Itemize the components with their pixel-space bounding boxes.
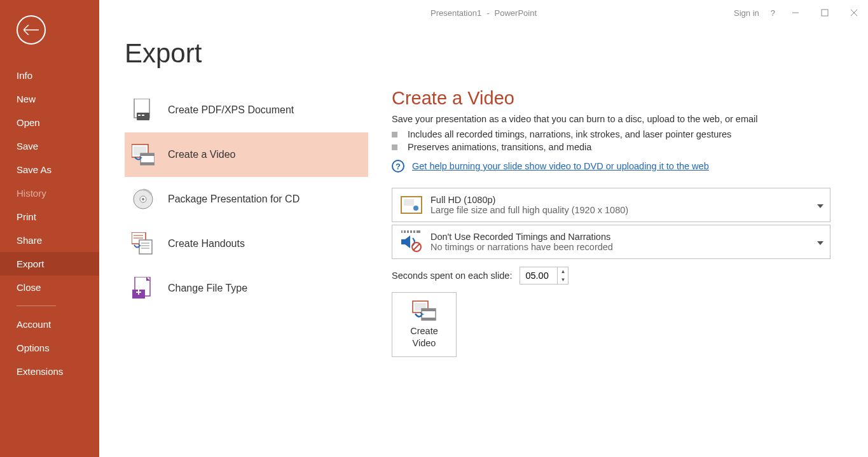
seconds-per-slide-spinner[interactable]: ▲ ▼ bbox=[520, 267, 568, 285]
bullet-square-icon bbox=[392, 132, 397, 137]
bullet-square-icon bbox=[392, 144, 397, 150]
seconds-input[interactable] bbox=[520, 271, 557, 281]
svg-rect-11 bbox=[141, 153, 155, 156]
chevron-down-icon bbox=[817, 236, 823, 248]
export-option-label: Package Presentation for CD bbox=[168, 193, 300, 205]
nav-print[interactable]: Print bbox=[0, 205, 99, 229]
nav-extensions[interactable]: Extensions bbox=[0, 360, 99, 383]
bullet-item: Preserves animations, transitions, and m… bbox=[392, 142, 845, 152]
app-name: PowerPoint bbox=[495, 8, 537, 18]
cd-icon bbox=[131, 187, 155, 211]
export-option-label: Change File Type bbox=[168, 283, 247, 294]
nav-share[interactable]: Share bbox=[0, 229, 99, 252]
nav-save[interactable]: Save bbox=[0, 134, 99, 158]
bullet-text: Includes all recorded timings, narration… bbox=[408, 129, 731, 139]
title-bar-title: Presentation1 - PowerPoint bbox=[431, 8, 537, 18]
dropdown-title: Full HD (1080p) bbox=[431, 195, 823, 205]
nav-info[interactable]: Info bbox=[0, 64, 99, 87]
nav-history[interactable]: History bbox=[0, 181, 99, 205]
doc-name: Presentation1 bbox=[431, 8, 481, 18]
help-info-icon: ? bbox=[392, 160, 404, 172]
video-quality-dropdown[interactable]: Full HD (1080p) Large file size and full… bbox=[392, 188, 830, 222]
svg-rect-32 bbox=[401, 230, 420, 233]
export-option-filetype[interactable]: Change File Type bbox=[125, 266, 368, 311]
minimize-button[interactable] bbox=[787, 6, 804, 19]
svg-marker-41 bbox=[817, 241, 823, 245]
pdf-document-icon bbox=[131, 98, 155, 122]
dropdown-title: Don't Use Recorded Timings and Narration… bbox=[431, 232, 823, 242]
help-button[interactable]: ? bbox=[771, 8, 775, 18]
nav-save-as[interactable]: Save As bbox=[0, 158, 99, 181]
handouts-icon bbox=[131, 232, 155, 256]
svg-rect-33 bbox=[403, 230, 404, 233]
svg-rect-46 bbox=[422, 318, 436, 320]
svg-rect-29 bbox=[404, 199, 414, 206]
create-video-label-2: Video bbox=[413, 338, 436, 348]
nav-divider bbox=[17, 306, 56, 306]
close-window-button[interactable] bbox=[845, 6, 863, 19]
chevron-down-icon bbox=[817, 199, 823, 211]
export-option-label: Create PDF/XPS Document bbox=[168, 104, 294, 116]
title-bar: Presentation1 - PowerPoint Sign in ? bbox=[99, 0, 868, 25]
nav-account[interactable]: Account bbox=[0, 313, 99, 336]
svg-point-30 bbox=[413, 206, 418, 211]
export-option-label: Create Handouts bbox=[168, 238, 245, 250]
create-video-icon bbox=[411, 300, 437, 323]
svg-rect-37 bbox=[415, 230, 417, 233]
detail-description: Save your presentation as a video that y… bbox=[392, 114, 845, 124]
title-separator: - bbox=[486, 8, 489, 18]
nav-new[interactable]: New bbox=[0, 87, 99, 111]
change-filetype-icon bbox=[131, 276, 155, 300]
page-title: Export bbox=[125, 38, 868, 69]
main-area: Presentation1 - PowerPoint Sign in ? Exp… bbox=[99, 0, 868, 457]
minimize-icon bbox=[792, 9, 799, 17]
svg-marker-31 bbox=[817, 204, 823, 208]
maximize-icon bbox=[821, 9, 829, 17]
narration-disabled-icon bbox=[399, 229, 424, 255]
spinner-up-button[interactable]: ▲ bbox=[558, 267, 568, 276]
export-option-cd[interactable]: Package Presentation for CD bbox=[125, 177, 368, 221]
export-option-label: Create a Video bbox=[168, 149, 235, 160]
close-icon bbox=[850, 9, 858, 17]
export-options-list: Create PDF/XPS Document Create a Video P… bbox=[99, 88, 369, 357]
video-icon bbox=[131, 143, 155, 167]
arrow-left-icon bbox=[24, 25, 39, 35]
nav-export[interactable]: Export bbox=[0, 252, 99, 276]
nav-close[interactable]: Close bbox=[0, 276, 99, 299]
export-option-pdf[interactable]: Create PDF/XPS Document bbox=[125, 88, 368, 132]
spinner-down-button[interactable]: ▼ bbox=[558, 276, 568, 284]
help-link[interactable]: Get help burning your slide show video t… bbox=[412, 161, 709, 171]
svg-rect-5 bbox=[137, 113, 149, 120]
svg-rect-35 bbox=[409, 230, 410, 233]
create-video-label-1: Create bbox=[410, 326, 438, 336]
bullet-text: Preserves animations, transitions, and m… bbox=[408, 142, 591, 152]
svg-rect-34 bbox=[406, 230, 407, 233]
svg-rect-6 bbox=[138, 115, 141, 116]
maximize-button[interactable] bbox=[816, 6, 834, 19]
timings-narrations-dropdown[interactable]: Don't Use Recorded Timings and Narration… bbox=[392, 225, 830, 259]
back-button[interactable] bbox=[17, 15, 46, 45]
svg-point-16 bbox=[142, 198, 144, 200]
nav-options[interactable]: Options bbox=[0, 336, 99, 360]
detail-heading: Create a Video bbox=[392, 88, 845, 109]
detail-panel: Create a Video Save your presentation as… bbox=[369, 88, 868, 357]
svg-rect-36 bbox=[412, 230, 413, 233]
slide-thumbnail-icon bbox=[399, 192, 424, 218]
svg-rect-1 bbox=[822, 10, 828, 16]
svg-rect-12 bbox=[141, 162, 155, 165]
export-option-video[interactable]: Create a Video bbox=[125, 132, 368, 177]
svg-rect-45 bbox=[422, 309, 436, 311]
export-option-handouts[interactable]: Create Handouts bbox=[125, 221, 368, 266]
bullet-item: Includes all recorded timings, narration… bbox=[392, 129, 845, 139]
create-video-button[interactable]: Create Video bbox=[392, 292, 457, 357]
svg-rect-20 bbox=[139, 240, 152, 254]
backstage-sidebar: Info New Open Save Save As History Print… bbox=[0, 0, 99, 457]
svg-rect-7 bbox=[142, 115, 144, 116]
sign-in-link[interactable]: Sign in bbox=[734, 8, 759, 18]
dropdown-description: No timings or narrations have been recor… bbox=[431, 242, 823, 252]
dropdown-description: Large file size and full high quality (1… bbox=[431, 205, 823, 215]
nav-open[interactable]: Open bbox=[0, 111, 99, 134]
svg-marker-38 bbox=[401, 236, 410, 248]
seconds-per-slide-label: Seconds spent on each slide: bbox=[392, 271, 512, 281]
